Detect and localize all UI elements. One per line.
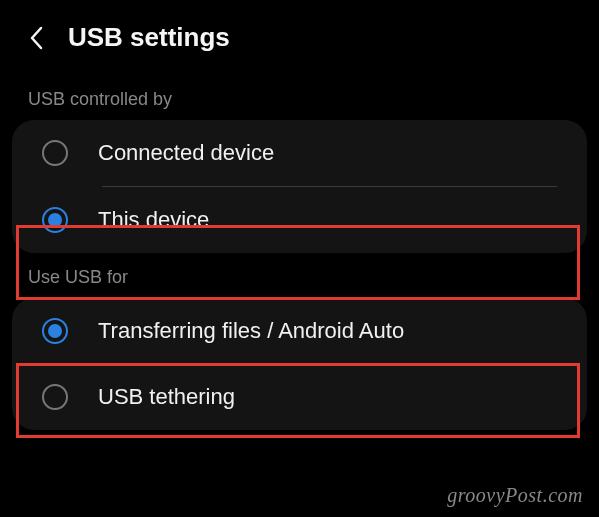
option-transferring-files[interactable]: Transferring files / Android Auto bbox=[12, 298, 587, 364]
option-connected-device[interactable]: Connected device bbox=[12, 120, 587, 186]
section-label-use-for: Use USB for bbox=[0, 253, 599, 298]
option-label: USB tethering bbox=[98, 384, 235, 410]
header: USB settings bbox=[0, 0, 599, 75]
option-label: This device bbox=[98, 207, 209, 233]
card-use-for: Transferring files / Android Auto USB te… bbox=[12, 298, 587, 430]
radio-checked-icon bbox=[42, 318, 68, 344]
option-usb-tethering[interactable]: USB tethering bbox=[12, 364, 587, 430]
radio-unchecked-icon bbox=[42, 140, 68, 166]
card-controlled-by: Connected device This device bbox=[12, 120, 587, 253]
radio-unchecked-icon bbox=[42, 384, 68, 410]
option-this-device[interactable]: This device bbox=[12, 187, 587, 253]
back-icon[interactable] bbox=[24, 26, 48, 50]
page-title: USB settings bbox=[68, 22, 230, 53]
option-label: Transferring files / Android Auto bbox=[98, 318, 404, 344]
section-label-controlled-by: USB controlled by bbox=[0, 75, 599, 120]
option-label: Connected device bbox=[98, 140, 274, 166]
radio-checked-icon bbox=[42, 207, 68, 233]
watermark: groovyPost.com bbox=[447, 484, 583, 507]
